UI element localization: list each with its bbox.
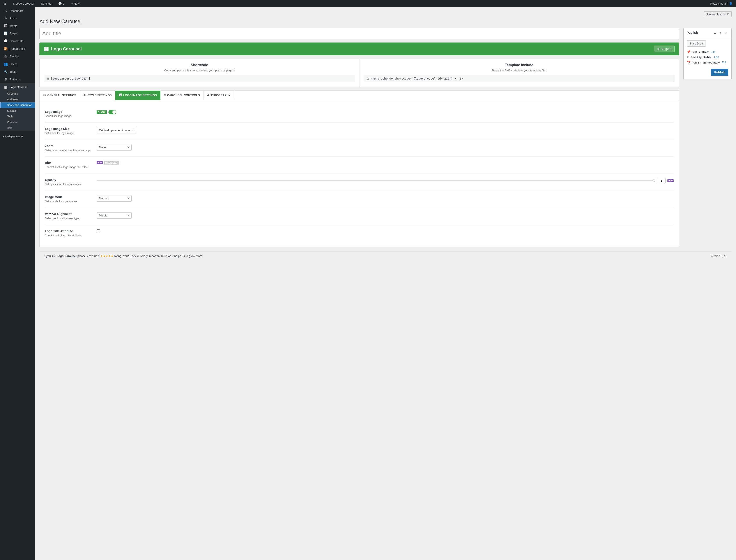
publish-box-close-button[interactable]: ✕ bbox=[724, 30, 728, 35]
footer-text-after: please leave us a bbox=[77, 254, 99, 258]
publish-status-item: 📌 Status: Draft Edit bbox=[687, 49, 728, 55]
logo-title-desc: Check to add logo title attribute. bbox=[45, 234, 93, 237]
sidebar-label-users: Users bbox=[10, 62, 17, 66]
posts-icon: ✎ bbox=[4, 16, 8, 20]
logo-title-label-group: Logo Title Attribute Check to add logo t… bbox=[45, 229, 93, 237]
main-editor-area: ▦ Logo Carousel ⊕ Support Shortcode Copy… bbox=[39, 28, 679, 247]
vertical-alignment-label: Vertical Alignment bbox=[45, 212, 93, 216]
logo-image-toggle[interactable] bbox=[108, 110, 116, 114]
sidebar-label-comments: Comments bbox=[10, 39, 23, 43]
opacity-setting-row: Opacity Set opacity for the logo images.… bbox=[45, 174, 674, 191]
new-content-button[interactable]: + New bbox=[70, 0, 81, 7]
collapse-menu-button[interactable]: ◂ Collapse menu bbox=[0, 133, 35, 140]
logo-image-size-control: Original uploaded image Thumbnail Medium… bbox=[97, 127, 674, 133]
submenu-item-all-logos[interactable]: All Logos bbox=[0, 91, 35, 97]
zoom-label-group: Zoom Select a zoom effect for the logo i… bbox=[45, 144, 93, 152]
logo-image-label: Logo Image bbox=[45, 110, 93, 113]
zoom-setting-row: Zoom Select a zoom effect for the logo i… bbox=[45, 140, 674, 157]
sidebar-label-tools: Tools bbox=[10, 70, 16, 73]
sidebar-item-tools[interactable]: 🔧 Tools bbox=[0, 68, 35, 76]
tab-typography[interactable]: A TYPOGRAPHY bbox=[204, 91, 234, 100]
submenu-item-help[interactable]: Help bbox=[0, 125, 35, 131]
logo-image-size-desc: Set a size for logo image. bbox=[45, 131, 93, 135]
blur-label-group: Blur Enable/Disable loge image blur effe… bbox=[45, 161, 93, 169]
plugin-banner: ▦ Logo Carousel ⊕ Support bbox=[39, 43, 679, 55]
wp-logo-button[interactable]: ⊞ bbox=[2, 0, 8, 7]
template-copy-icon: ⧉ bbox=[367, 77, 369, 80]
tab-logo-image-label: LOGO IMAGE SETTINGS bbox=[123, 94, 157, 97]
publish-box-collapse-up-button[interactable]: ▲ bbox=[713, 30, 717, 35]
comments-button[interactable]: 💬 0 bbox=[57, 0, 66, 7]
site-home-button[interactable]: ⌂ Logo Carousel bbox=[11, 0, 36, 7]
shortcode-desc: Copy and paste this shortcode into your … bbox=[44, 69, 355, 72]
opacity-desc: Set opacity for the logo images. bbox=[45, 183, 93, 186]
screen-options-bar: Screen Options ▼ bbox=[39, 11, 732, 17]
submenu-item-settings[interactable]: Settings bbox=[0, 108, 35, 114]
settings-tabs: ⚙ GENERAL SETTINGS ✏ STYLE SETTINGS 🖼 LO… bbox=[39, 90, 679, 100]
image-mode-desc: Set a mode for logo images. bbox=[45, 200, 93, 203]
tab-logo-image-settings[interactable]: 🖼 LOGO IMAGE SETTINGS bbox=[115, 91, 160, 100]
logo-image-size-select[interactable]: Original uploaded image Thumbnail Medium… bbox=[97, 127, 136, 133]
plugins-icon: 🔌 bbox=[4, 54, 8, 58]
visibility-edit-link[interactable]: Edit bbox=[714, 56, 719, 59]
publish-date-edit-link[interactable]: Edit bbox=[722, 61, 727, 64]
footer-text-end: rating. Your Review is very important to… bbox=[114, 254, 203, 258]
sidebar-label-appearance: Appearance bbox=[10, 47, 25, 50]
user-greeting[interactable]: Howdy, admin 👤 bbox=[709, 0, 734, 7]
collapse-label: Collapse menu bbox=[5, 135, 23, 138]
publish-button[interactable]: Publish bbox=[711, 69, 728, 76]
settings-sidebar-icon: ⚙ bbox=[4, 77, 8, 82]
greeting-text: Howdy, admin bbox=[710, 2, 728, 5]
pages-icon: 📄 bbox=[4, 31, 8, 35]
tab-general-settings[interactable]: ⚙ GENERAL SETTINGS bbox=[40, 91, 80, 100]
settings-button[interactable]: Settings bbox=[39, 0, 53, 7]
status-edit-link[interactable]: Edit bbox=[711, 50, 715, 53]
appearance-icon: 🎨 bbox=[4, 47, 8, 51]
submenu-item-shortcode-generator[interactable]: Shortcode Generator bbox=[0, 102, 35, 108]
template-column: Template Include Paste the PHP code into… bbox=[360, 59, 679, 87]
sidebar-item-plugins[interactable]: 🔌 Plugins bbox=[0, 53, 35, 60]
sidebar-label-posts: Posts bbox=[10, 17, 17, 20]
image-mode-select[interactable]: Normal Grayscale Sepia Blur bbox=[97, 195, 132, 202]
submenu-item-add-new[interactable]: Add New bbox=[0, 97, 35, 102]
shortcode-copy-box[interactable]: ⧉ [logocarousel id="213"] bbox=[44, 75, 355, 82]
zoom-select[interactable]: None In Out bbox=[97, 144, 132, 151]
sidebar-item-posts[interactable]: ✎ Posts bbox=[0, 14, 35, 22]
banner-branding: ▦ Logo Carousel bbox=[44, 46, 82, 52]
status-label: Status: bbox=[692, 50, 700, 54]
user-avatar: 👤 bbox=[729, 2, 732, 5]
support-button[interactable]: ⊕ Support bbox=[654, 46, 675, 52]
sidebar-item-settings[interactable]: ⚙ Settings bbox=[0, 76, 35, 83]
screen-options-button[interactable]: Screen Options ▼ bbox=[704, 11, 732, 17]
save-draft-button[interactable]: Save Draft bbox=[687, 40, 706, 47]
publish-date-item: 📅 Publish immediately Edit bbox=[687, 60, 728, 65]
sidebar-item-media[interactable]: 🖼 Media bbox=[0, 22, 35, 30]
publish-box-collapse-down-button[interactable]: ▼ bbox=[718, 30, 723, 35]
blur-label: Blur bbox=[45, 161, 93, 165]
sidebar-item-logo-carousel[interactable]: ▦ Logo Carousel bbox=[0, 83, 35, 91]
sidebar-item-appearance[interactable]: 🎨 Appearance bbox=[0, 45, 35, 53]
shortcode-section: Shortcode Copy and paste this shortcode … bbox=[39, 59, 679, 87]
submenu-item-premium[interactable]: Premium bbox=[0, 119, 35, 125]
post-title-input[interactable] bbox=[39, 28, 679, 39]
template-copy-box[interactable]: ⧉ <?php echo do_shortcode('[logocarousel… bbox=[364, 75, 675, 82]
opacity-slider[interactable] bbox=[97, 180, 655, 181]
footer-version: Version 5.7.2 bbox=[711, 254, 727, 258]
tab-carousel-controls[interactable]: ≡ CAROUSEL CONTROLS bbox=[161, 91, 204, 100]
logo-title-checkbox[interactable] bbox=[97, 229, 100, 233]
tab-style-settings[interactable]: ✏ STYLE SETTINGS bbox=[80, 91, 115, 100]
site-name: Logo Carousel bbox=[16, 2, 34, 5]
opacity-slider-group: PRO bbox=[97, 178, 674, 183]
sidebar-item-dashboard[interactable]: ⌂ Dashboard bbox=[0, 7, 35, 14]
opacity-value-input[interactable] bbox=[657, 178, 666, 183]
sub-tools-label: Tools bbox=[7, 115, 13, 118]
submenu-item-tools[interactable]: Tools bbox=[0, 114, 35, 119]
blur-setting-row: Blur Enable/Disable loge image blur effe… bbox=[45, 157, 674, 174]
blur-toggle-group: PRO DISABLED bbox=[97, 161, 119, 165]
sidebar-item-comments[interactable]: 💬 Comments bbox=[0, 37, 35, 45]
vertical-alignment-select[interactable]: Middle Top Bottom bbox=[97, 212, 132, 219]
sidebar-item-users[interactable]: 👥 Users bbox=[0, 60, 35, 68]
banner-plugin-icon: ▦ bbox=[44, 46, 49, 52]
sidebar-item-pages[interactable]: 📄 Pages bbox=[0, 30, 35, 37]
publish-visibility-item: 👁 Visibility: Public Edit bbox=[687, 55, 728, 60]
